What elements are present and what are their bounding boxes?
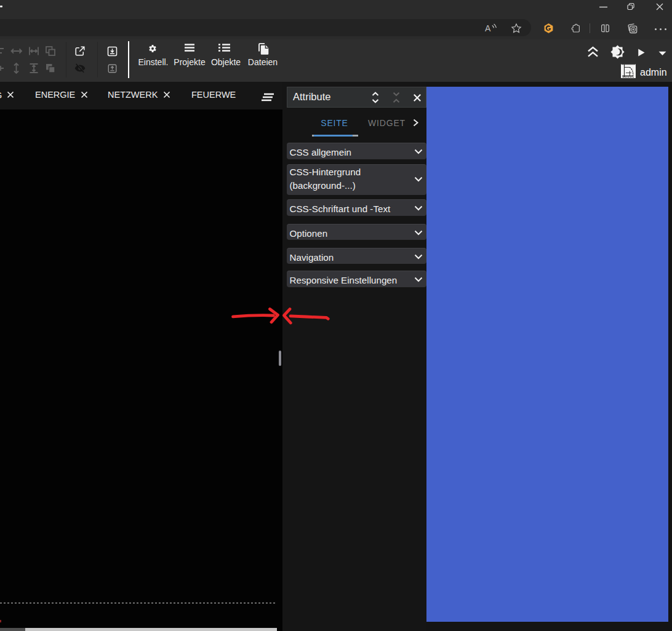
svg-text:A: A bbox=[485, 23, 491, 33]
